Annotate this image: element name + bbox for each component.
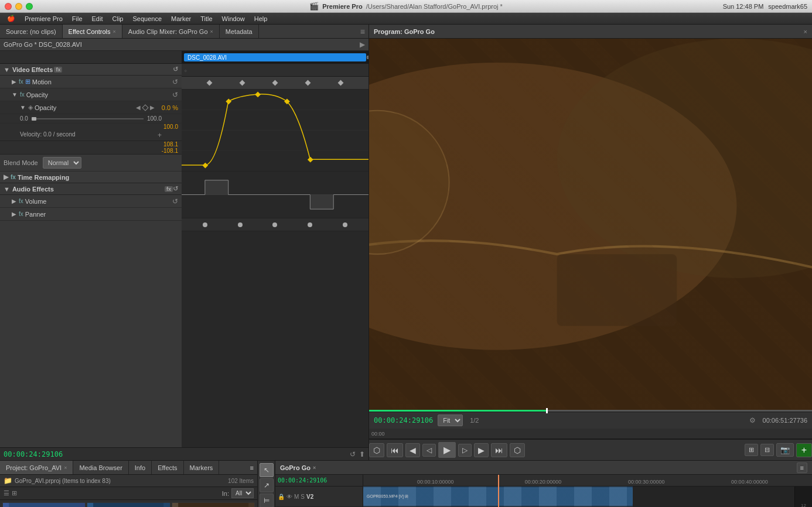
video-effects-header[interactable]: ▼ Video Effects fx ↺ (0, 64, 182, 76)
keyframe-5[interactable] (337, 80, 343, 86)
motion-reset[interactable]: ↺ (172, 78, 178, 86)
grid-view-icon[interactable]: ⊞ (12, 489, 17, 497)
mark-out-button[interactable]: ⬡ (510, 443, 525, 457)
menu-clip[interactable]: Clip (108, 14, 128, 23)
back-button[interactable]: ◀ (405, 443, 420, 457)
video-effects-expand-icon[interactable]: ▼ (4, 66, 10, 73)
time-remap-expand[interactable]: ▶ (4, 173, 8, 181)
tl-settings[interactable]: ≡ (797, 463, 807, 473)
audio-kf-1[interactable] (203, 222, 207, 227)
tab-audio-clip-mixer[interactable]: Audio Clip Mixer: GoPro Go × (122, 25, 220, 38)
audio-effects-expand[interactable]: ▼ (4, 186, 10, 193)
menu-sequence[interactable]: Sequence (128, 14, 166, 23)
audio-kf-4[interactable] (308, 222, 312, 227)
program-monitor-close[interactable]: × (804, 28, 807, 35)
thumb-item-2[interactable]: DSC_0028.AVI 24:00 (172, 502, 255, 507)
menu-title[interactable]: Title (196, 14, 217, 23)
in-select[interactable]: All (231, 488, 254, 498)
thumb-item-1[interactable]: Aug 08 2009_2005... 5;00 (87, 502, 170, 507)
mark-in-button[interactable]: ⬡ (369, 443, 384, 457)
loop-icon[interactable]: ↺ (350, 450, 356, 458)
keyframe-1[interactable] (207, 80, 213, 86)
add-to-timeline[interactable]: + (796, 443, 812, 457)
clip-v2-label: GOPR0053.MP4 [V] (366, 494, 408, 499)
reset-audio-icon[interactable]: ↺ (173, 185, 178, 192)
project-tab-close[interactable]: × (64, 465, 67, 471)
add-keyframe-icon[interactable]: + (158, 131, 162, 139)
volume-expand[interactable]: ▶ (12, 198, 16, 204)
camera-button[interactable]: 📷 (776, 443, 794, 457)
clip-navigate-right[interactable]: ▶ (360, 40, 365, 49)
audio-kf-3[interactable] (272, 222, 277, 227)
list-view-icon[interactable]: ☰ (4, 489, 9, 497)
insert-button[interactable]: ⊞ (745, 444, 758, 456)
keyframe-3[interactable] (272, 80, 278, 86)
monitor-ruler[interactable]: 00:00 (369, 429, 812, 439)
fwd-button[interactable]: ▶ (474, 443, 489, 457)
export-icon[interactable]: ⬆ (359, 450, 365, 458)
settings-icon[interactable]: ⚙ (749, 416, 756, 424)
reset-video-icon[interactable]: ↺ (173, 66, 178, 73)
tab-metadata[interactable]: Metadata (220, 25, 259, 38)
keyframe-4[interactable] (305, 80, 311, 86)
menu-file[interactable]: File (67, 14, 87, 23)
effect-controls-tab-close[interactable]: × (113, 29, 116, 35)
close-button[interactable] (5, 3, 12, 10)
ripple-tool[interactable]: ⊨ (260, 494, 274, 507)
v2-lock-icon[interactable]: 🔒 (278, 494, 285, 500)
time-remapping-header[interactable]: ▶ fx Time Remapping (0, 172, 182, 183)
motion-expand[interactable]: ▶ (12, 78, 16, 85)
opacity-reset[interactable]: ↺ (172, 91, 178, 99)
keyframe-next[interactable]: ▶ (150, 104, 155, 111)
panel-menu[interactable]: ≡ (357, 27, 369, 36)
v2-eye-icon[interactable]: 👁 (286, 494, 292, 500)
menu-premiere-pro[interactable]: Premiere Pro (20, 14, 67, 23)
audio-effects-header[interactable]: ▼ Audio Effects fx ↺ (0, 183, 182, 195)
timeline-ruler[interactable]: 00:00:24:29106 00:00:10:00000 00:00:20:0… (275, 475, 812, 487)
window-controls[interactable] (5, 3, 33, 10)
tab-media-browser[interactable]: Media Browser (73, 461, 128, 474)
step-back-button[interactable]: ⏮ (387, 443, 403, 457)
v2-solo-icon[interactable]: S (301, 494, 305, 500)
overwrite-button[interactable]: ⊟ (760, 444, 774, 456)
monitor-progress-bar[interactable] (369, 410, 812, 412)
play-button[interactable]: ▶ (438, 442, 456, 458)
panel-options[interactable]: ≡ (247, 461, 257, 474)
v2-mute-icon[interactable]: M (294, 494, 299, 500)
opacity-slider[interactable] (32, 118, 144, 119)
audio-kf-5[interactable] (343, 222, 347, 227)
fit-select[interactable]: Fit (438, 414, 463, 426)
tab-effect-controls[interactable]: Effect Controls × (63, 25, 122, 38)
volume-reset[interactable]: ↺ (172, 197, 178, 205)
keyframe-prev[interactable]: ◀ (136, 104, 141, 111)
tab-project[interactable]: Project: GoPro_AVI × (0, 461, 73, 474)
menu-edit[interactable]: Edit (87, 14, 108, 23)
in-label: In: (222, 490, 229, 497)
opacity-value-expand[interactable]: ▼ (20, 104, 26, 111)
audio-kf-2[interactable] (238, 222, 243, 227)
audio-tab-close[interactable]: × (210, 29, 213, 35)
tab-markers[interactable]: Markers (184, 461, 220, 474)
opacity-expand[interactable]: ▼ (12, 91, 18, 98)
keyframe-diamond[interactable] (142, 104, 148, 111)
opacity-value-display[interactable]: 0.0 % (155, 104, 178, 111)
panner-expand[interactable]: ▶ (12, 211, 16, 217)
menu-marker[interactable]: Marker (166, 14, 196, 23)
tab-effects[interactable]: Effects (152, 461, 183, 474)
keyframe-2[interactable] (240, 80, 245, 86)
select-tool[interactable]: ↖ (260, 463, 274, 477)
track-select-tool[interactable]: ↗ (260, 478, 274, 492)
back-frame-button[interactable]: ◁ (422, 444, 436, 457)
timeline-tab-close[interactable]: × (313, 465, 316, 471)
tab-info[interactable]: Info (129, 461, 152, 474)
menu-window[interactable]: Window (217, 14, 250, 23)
step-fwd-button[interactable]: ⏭ (491, 443, 507, 457)
menu-help[interactable]: Help (250, 14, 272, 23)
menu-apple[interactable]: 🍎 (2, 13, 20, 23)
minimize-button[interactable] (15, 3, 22, 10)
blend-mode-select[interactable]: Normal (43, 157, 81, 169)
thumb-item-0[interactable]: Aug 08 2009_2002... 5;00 (2, 502, 86, 507)
maximize-button[interactable] (26, 3, 33, 10)
tab-source[interactable]: Source: (no clips) (0, 25, 63, 38)
fwd-frame-button[interactable]: ▷ (458, 444, 472, 457)
